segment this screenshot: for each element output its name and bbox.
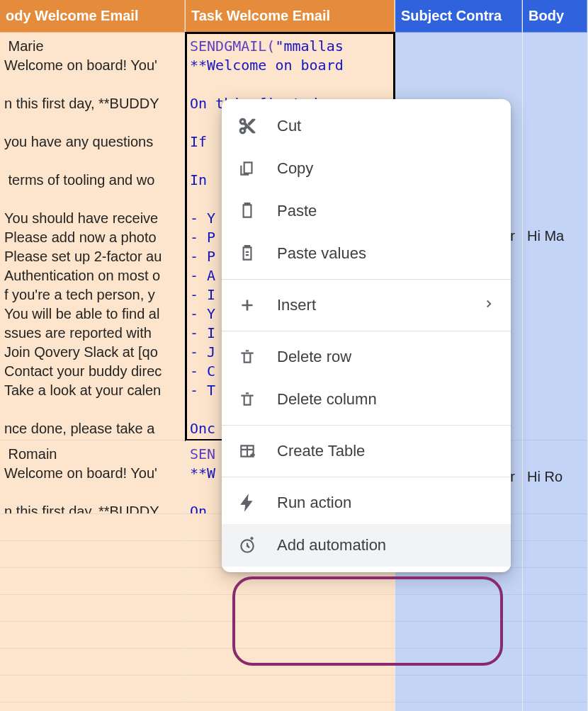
- cell-body-welcome-row2[interactable]: Romain Welcome on board! You' n this fir…: [0, 440, 185, 514]
- cut-icon: [237, 116, 257, 136]
- empty-cell[interactable]: [186, 595, 395, 622]
- empty-cell[interactable]: [523, 514, 587, 541]
- empty-cell[interactable]: [0, 622, 185, 649]
- menu-item-delete-column[interactable]: Delete column: [222, 378, 511, 421]
- menu-label: Delete row: [277, 348, 495, 366]
- menu-item-insert[interactable]: Insert: [222, 284, 511, 326]
- menu-label: Create Table: [277, 442, 495, 460]
- empty-cell[interactable]: [0, 514, 185, 541]
- menu-divider: [222, 279, 511, 280]
- empty-cell[interactable]: [395, 622, 522, 649]
- bolt-icon: [237, 493, 257, 513]
- paste-icon: [237, 201, 257, 221]
- empty-cell[interactable]: [0, 676, 185, 703]
- menu-item-paste[interactable]: Paste: [222, 190, 511, 232]
- formula-body: **W On: [190, 465, 215, 514]
- cell-body-contra-row1[interactable]: Hi Ma: [523, 33, 587, 440]
- column-body-contra: Body Hi Ma Hi Ro: [523, 0, 588, 711]
- column-header-subject-contra[interactable]: Subject Contra: [395, 0, 522, 33]
- empty-cell[interactable]: [523, 541, 587, 568]
- copy-icon: [237, 159, 257, 178]
- column-body-welcome: ody Welcome Email Marie Welcome on board…: [0, 0, 186, 711]
- formula-function: SEN: [190, 445, 215, 462]
- menu-item-paste-values[interactable]: Paste values: [222, 232, 511, 275]
- menu-item-add-automation[interactable]: Add automation: [222, 524, 511, 567]
- menu-label: Cut: [277, 117, 495, 135]
- empty-cells-body-welcome: [0, 514, 185, 711]
- menu-divider: [222, 425, 511, 426]
- menu-label: Paste values: [277, 244, 495, 263]
- table-icon: [237, 441, 257, 461]
- clock-plus-icon: [237, 535, 257, 555]
- formula-arg: "mmallas: [275, 38, 343, 55]
- empty-cell[interactable]: [523, 649, 587, 676]
- menu-divider: [222, 477, 511, 477]
- empty-cell[interactable]: [395, 595, 522, 622]
- cell-body-contra-row2[interactable]: Hi Ro: [523, 440, 587, 514]
- formula-function: SENDGMAIL(: [190, 38, 275, 55]
- trash-icon: [237, 347, 257, 367]
- menu-divider: [222, 331, 511, 331]
- menu-label: Add automation: [277, 536, 495, 554]
- empty-cell[interactable]: [186, 676, 395, 703]
- menu-label: Paste: [277, 202, 495, 220]
- empty-cell[interactable]: [186, 649, 395, 676]
- empty-cell[interactable]: [523, 676, 587, 703]
- empty-cell[interactable]: [0, 568, 185, 595]
- empty-cell[interactable]: [0, 541, 185, 568]
- chevron-right-icon: [482, 297, 495, 314]
- empty-cell[interactable]: [523, 568, 587, 595]
- column-header-body-welcome[interactable]: ody Welcome Email: [0, 0, 185, 33]
- empty-cell[interactable]: [186, 622, 395, 649]
- empty-cell[interactable]: [523, 595, 587, 622]
- column-header-body-contra[interactable]: Body: [523, 0, 587, 33]
- menu-item-run-action[interactable]: Run action: [222, 482, 511, 524]
- menu-label: Insert: [277, 296, 463, 314]
- empty-cell[interactable]: [0, 649, 185, 676]
- cell-body-welcome-row1[interactable]: Marie Welcome on board! You' n this firs…: [0, 33, 185, 440]
- menu-label: Run action: [277, 494, 495, 512]
- column-header-task-welcome[interactable]: Task Welcome Email: [186, 0, 395, 33]
- paste-values-icon: [237, 244, 257, 263]
- empty-cell[interactable]: [395, 676, 522, 703]
- empty-cells-body-contra: [523, 514, 587, 711]
- menu-item-cut[interactable]: Cut: [222, 105, 511, 147]
- menu-item-delete-row[interactable]: Delete row: [222, 336, 511, 378]
- context-menu: Cut Copy Paste Paste values Insert Delet…: [222, 99, 511, 572]
- trash-icon: [237, 389, 257, 409]
- menu-label: Delete column: [277, 390, 495, 409]
- menu-item-copy[interactable]: Copy: [222, 147, 511, 190]
- empty-cell[interactable]: [0, 595, 185, 622]
- menu-item-create-table[interactable]: Create Table: [222, 430, 511, 472]
- menu-label: Copy: [277, 159, 495, 178]
- plus-icon: [237, 295, 257, 315]
- empty-cell[interactable]: [395, 649, 522, 676]
- empty-cell[interactable]: [523, 622, 587, 649]
